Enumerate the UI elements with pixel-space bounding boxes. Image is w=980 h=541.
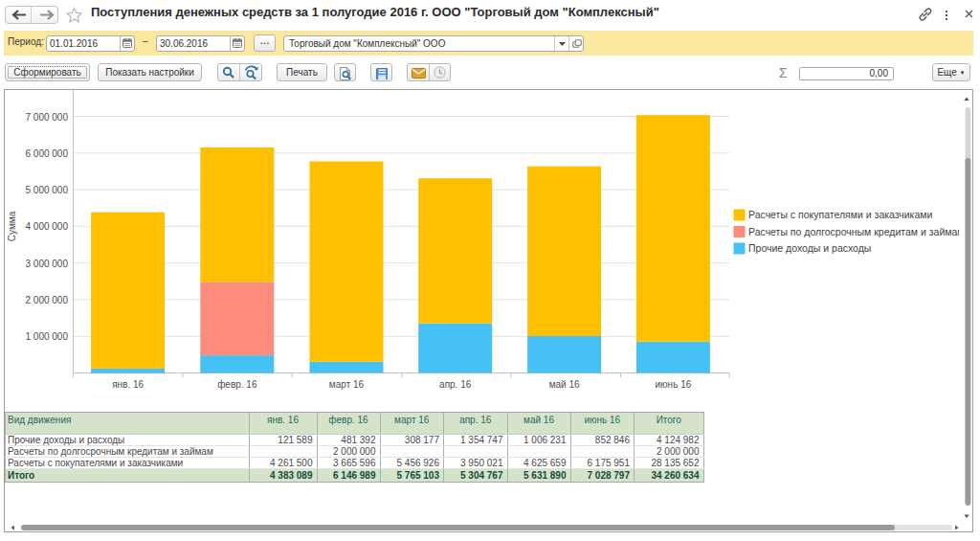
svg-text:7 000 000: 7 000 000 xyxy=(26,112,69,123)
svg-text:янв. 16: янв. 16 xyxy=(112,379,144,390)
svg-text:май 16: май 16 xyxy=(549,379,580,390)
svg-text:Расчеты по долгосрочным кредит: Расчеты по долгосрочным кредитам и займа… xyxy=(748,226,959,237)
svg-text:3 000 000: 3 000 000 xyxy=(26,259,69,269)
svg-text:апр. 16: апр. 16 xyxy=(439,379,472,390)
svg-text:4 000 000: 4 000 000 xyxy=(26,221,69,232)
svg-text:Прочие доходы и расходы: Прочие доходы и расходы xyxy=(748,242,871,254)
svg-text:июнь 16: июнь 16 xyxy=(656,379,692,390)
svg-text:5 000 000: 5 000 000 xyxy=(26,185,69,195)
svg-text:февр. 16: февр. 16 xyxy=(217,379,257,390)
svg-text:Расчеты с покупателями и заказ: Расчеты с покупателями и заказчиками xyxy=(748,209,932,220)
svg-text:6 000 000: 6 000 000 xyxy=(26,148,69,159)
svg-text:2 000 000: 2 000 000 xyxy=(26,295,69,305)
svg-text:Сумма: Сумма xyxy=(7,211,17,241)
svg-text:1 000 000: 1 000 000 xyxy=(26,331,69,342)
svg-text:март 16: март 16 xyxy=(329,379,365,390)
